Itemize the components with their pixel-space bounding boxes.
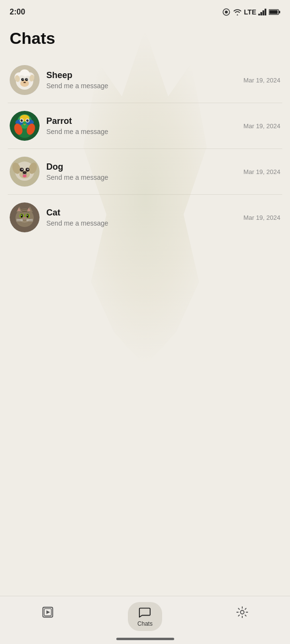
chat-item-parrot[interactable]: Parrot Send me a message Mar 19, 2024 bbox=[8, 103, 282, 149]
avatar-sheep bbox=[10, 65, 40, 95]
chat-name-dog: Dog bbox=[46, 162, 239, 172]
svg-point-22 bbox=[24, 82, 25, 83]
svg-point-20 bbox=[27, 79, 28, 80]
status-time: 2:00 bbox=[10, 8, 25, 16]
svg-point-51 bbox=[23, 174, 27, 177]
chat-date-dog: Mar 19, 2024 bbox=[243, 168, 280, 175]
stories-icon bbox=[41, 606, 54, 618]
nav-item-stories[interactable] bbox=[32, 602, 64, 622]
avatar-cat bbox=[10, 202, 40, 232]
chat-info-dog: Dog Send me a message bbox=[46, 162, 239, 181]
svg-rect-8 bbox=[279, 11, 280, 13]
avatar-dog bbox=[10, 157, 40, 187]
svg-point-18 bbox=[25, 78, 28, 81]
bottom-nav: Chats bbox=[0, 596, 290, 644]
nav-item-chats[interactable]: Chats bbox=[128, 602, 162, 631]
svg-rect-3 bbox=[261, 12, 262, 15]
svg-point-60 bbox=[21, 214, 23, 218]
avatar-parrot bbox=[10, 111, 40, 141]
svg-rect-7 bbox=[269, 10, 277, 14]
svg-point-17 bbox=[21, 78, 24, 81]
wifi-icon bbox=[233, 8, 242, 16]
svg-point-48 bbox=[28, 169, 28, 170]
chat-date-cat: Mar 19, 2024 bbox=[243, 214, 280, 221]
record-icon bbox=[222, 8, 231, 16]
chat-info-parrot: Parrot Send me a message bbox=[46, 116, 239, 135]
chat-name-sheep: Sheep bbox=[46, 70, 239, 80]
chat-item-sheep[interactable]: Sheep Send me a message Mar 19, 2024 bbox=[8, 57, 282, 103]
status-bar: 2:00 LTE bbox=[0, 0, 290, 21]
chat-info-sheep: Sheep Send me a message bbox=[46, 70, 239, 90]
home-indicator bbox=[116, 638, 174, 640]
svg-point-61 bbox=[27, 214, 28, 218]
svg-point-50 bbox=[24, 172, 26, 173]
svg-point-35 bbox=[27, 120, 29, 122]
chats-icon bbox=[138, 606, 151, 618]
chat-item-cat[interactable]: Cat Send me a message Mar 19, 2024 bbox=[8, 195, 282, 240]
status-icons: LTE bbox=[222, 8, 280, 16]
svg-point-19 bbox=[23, 79, 24, 80]
page-title: Chats bbox=[0, 21, 290, 57]
signal-icon bbox=[258, 9, 267, 15]
chat-list: Sheep Send me a message Mar 19, 2024 bbox=[0, 57, 290, 240]
svg-point-34 bbox=[21, 120, 23, 122]
svg-point-1 bbox=[225, 11, 228, 13]
chat-preview-cat: Send me a message bbox=[46, 219, 239, 227]
svg-point-62 bbox=[21, 215, 22, 216]
nav-item-settings[interactable] bbox=[226, 602, 258, 622]
svg-rect-4 bbox=[262, 10, 264, 15]
chat-preview-sheep: Send me a message bbox=[46, 82, 239, 90]
settings-icon bbox=[236, 606, 249, 618]
chat-date-parrot: Mar 19, 2024 bbox=[243, 122, 280, 130]
lte-label: LTE bbox=[244, 8, 256, 16]
svg-marker-71 bbox=[46, 610, 50, 614]
chat-item-dog[interactable]: Dog Send me a message Mar 19, 2024 bbox=[8, 149, 282, 195]
svg-rect-2 bbox=[258, 13, 260, 15]
chat-preview-dog: Send me a message bbox=[46, 174, 239, 181]
svg-point-37 bbox=[28, 120, 28, 121]
chats-nav-label: Chats bbox=[138, 620, 152, 627]
chat-preview-parrot: Send me a message bbox=[46, 128, 239, 135]
svg-rect-5 bbox=[264, 9, 266, 15]
svg-point-23 bbox=[25, 82, 26, 83]
svg-point-72 bbox=[240, 610, 244, 614]
chat-name-parrot: Parrot bbox=[46, 116, 239, 126]
chat-date-sheep: Mar 19, 2024 bbox=[243, 77, 280, 84]
chat-name-cat: Cat bbox=[46, 208, 239, 218]
chat-info-cat: Cat Send me a message bbox=[46, 208, 239, 227]
battery-icon bbox=[269, 9, 280, 15]
svg-point-36 bbox=[22, 120, 23, 121]
svg-point-63 bbox=[27, 215, 28, 216]
svg-point-47 bbox=[22, 169, 23, 170]
